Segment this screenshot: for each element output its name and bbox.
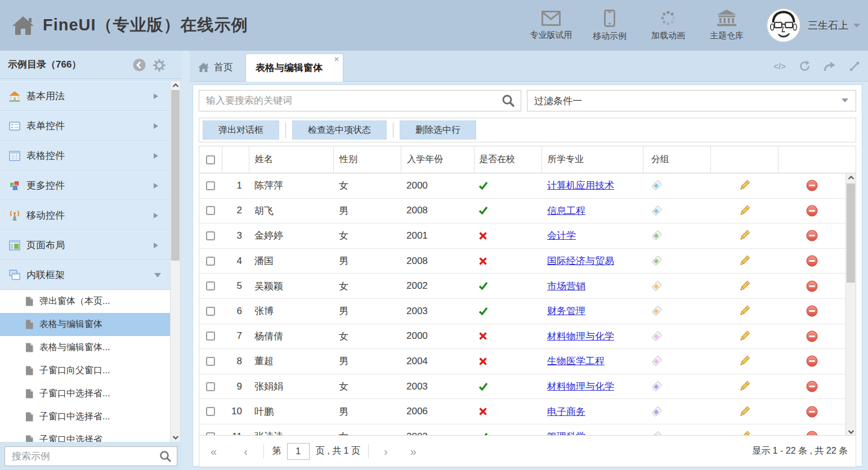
chevron-down-icon [853, 24, 860, 31]
prev-page-button[interactable]: ‹ [244, 446, 248, 457]
sidebar-scrollbar[interactable] [170, 81, 180, 442]
user-menu[interactable]: 三生石上 [808, 19, 860, 32]
sidebar-submenu-item[interactable]: 子窗口中选择省 [0, 428, 170, 442]
header-action-themes[interactable]: 主题仓库 [697, 10, 756, 41]
sidebar-submenu-item[interactable]: 弹出窗体（本页... [0, 290, 170, 313]
scroll-down-icon[interactable] [848, 429, 854, 435]
edit-pencil-icon[interactable] [739, 355, 750, 367]
select-all-checkbox[interactable] [206, 155, 215, 164]
code-icon[interactable]: </> [773, 61, 786, 71]
last-page-button[interactable]: » [410, 446, 417, 457]
sidebar-submenu-item[interactable]: 子窗口中选择省... [0, 382, 170, 405]
row-checkbox[interactable] [206, 281, 215, 290]
sidebar-item-more[interactable]: 更多控件 [0, 171, 170, 200]
tab-home[interactable]: 首页 [190, 53, 245, 81]
edit-pencil-icon[interactable] [739, 230, 750, 241]
row-checkbox[interactable] [206, 357, 215, 366]
row-checkbox[interactable] [206, 231, 215, 240]
open-dialog-button[interactable]: 弹出对话框 [203, 120, 279, 140]
sidebar-item-form[interactable]: 表单控件 [0, 111, 170, 141]
major-link[interactable]: 生物医学工程 [547, 355, 605, 368]
edit-pencil-icon[interactable] [739, 406, 750, 418]
sidebar-submenu-item[interactable]: 子窗口中选择省... [0, 405, 170, 428]
sidebar-submenu-item[interactable]: 子窗口向父窗口... [0, 359, 170, 382]
edit-pencil-icon[interactable] [739, 255, 750, 267]
keyword-search-input[interactable] [199, 95, 502, 106]
delete-icon[interactable] [806, 230, 818, 241]
search-icon[interactable] [159, 450, 172, 463]
scroll-up-icon[interactable] [172, 83, 179, 88]
major-link[interactable]: 信息工程 [547, 204, 585, 217]
expand-icon[interactable] [849, 61, 860, 72]
scroll-down-icon[interactable] [172, 435, 179, 440]
delete-icon[interactable] [806, 180, 818, 191]
tab-active[interactable]: 表格与编辑窗体 × [245, 53, 343, 82]
filter-dropdown[interactable]: 过滤条件一 [527, 90, 856, 111]
close-icon[interactable]: × [334, 55, 339, 63]
delete-icon[interactable] [806, 205, 818, 217]
sidebar-item-mobile[interactable]: 移动控件 [0, 200, 170, 230]
edit-pencil-icon[interactable] [739, 205, 750, 217]
edit-pencil-icon[interactable] [739, 280, 750, 292]
cell-enrolled [474, 307, 542, 316]
row-checkbox[interactable] [206, 206, 215, 215]
scrollbar-thumb[interactable] [171, 90, 180, 261]
tag-icon [651, 280, 663, 292]
sidebar-submenu-item[interactable]: 表格与编辑窗体 [0, 313, 170, 336]
gear-icon[interactable] [153, 59, 165, 71]
sidebar-item-layout[interactable]: 页面布局 [0, 230, 170, 260]
table-scrollbar[interactable] [845, 173, 856, 436]
delete-icon[interactable] [806, 381, 818, 392]
delete-selected-button[interactable]: 删除选中行 [400, 120, 476, 140]
major-link[interactable]: 材料物理与化学 [547, 330, 614, 343]
sidebar-item-grid[interactable]: 表格控件 [0, 141, 170, 171]
header-action-trial[interactable]: 专业版试用 [522, 11, 580, 41]
page-number-input[interactable] [287, 443, 310, 460]
share-icon[interactable] [824, 61, 836, 71]
major-link[interactable]: 会计学 [547, 229, 576, 242]
major-link[interactable]: 财务管理 [547, 305, 585, 317]
cell-year: 2001 [401, 230, 474, 241]
edit-pencil-icon[interactable] [739, 180, 750, 191]
first-page-button[interactable]: « [211, 446, 217, 457]
sidebar-item-iframe[interactable]: 内联框架 [0, 260, 170, 290]
delete-icon[interactable] [806, 355, 818, 367]
delete-icon[interactable] [806, 406, 818, 418]
sidebar-item-basic[interactable]: 基本用法 [0, 81, 170, 111]
scroll-up-icon[interactable] [848, 175, 854, 180]
delete-icon[interactable] [806, 255, 818, 267]
major-link[interactable]: 材料物理与化学 [547, 380, 614, 393]
header-action-loading[interactable]: 加载动画 [639, 10, 697, 41]
sidebar-submenu-item[interactable]: 表格与编辑窗体... [0, 336, 170, 359]
major-link[interactable]: 电子商务 [547, 405, 585, 418]
delete-icon[interactable] [806, 305, 818, 317]
search-icon[interactable] [502, 94, 515, 108]
edit-pencil-icon[interactable] [739, 330, 750, 342]
major-link[interactable]: 市场营销 [547, 280, 585, 293]
edit-pencil-icon[interactable] [739, 305, 750, 317]
row-checkbox[interactable] [206, 181, 215, 190]
sidebar-search-input[interactable] [5, 451, 159, 462]
scrollbar-thumb[interactable] [847, 183, 855, 283]
row-checkbox[interactable] [206, 332, 215, 341]
delete-icon[interactable] [806, 280, 818, 292]
chevron-right-icon [154, 183, 161, 189]
column-header-edit [710, 146, 778, 173]
row-checkbox[interactable] [206, 307, 215, 316]
cross-icon [478, 357, 487, 366]
avatar[interactable] [766, 8, 801, 43]
edit-pencil-icon[interactable] [739, 381, 750, 392]
refresh-icon[interactable] [799, 60, 811, 72]
row-checkbox[interactable] [206, 407, 215, 416]
next-page-button[interactable]: › [384, 446, 388, 457]
cell-gender: 男 [333, 204, 401, 217]
delete-icon[interactable] [806, 330, 818, 342]
collapse-back-icon[interactable] [133, 59, 146, 71]
header-action-mobile[interactable]: 移动示例 [580, 10, 639, 42]
check-selected-button[interactable]: 检查选中项状态 [292, 120, 387, 140]
cell-group [643, 205, 710, 217]
major-link[interactable]: 计算机应用技术 [547, 179, 614, 192]
row-checkbox[interactable] [206, 382, 215, 391]
row-checkbox[interactable] [206, 257, 215, 266]
major-link[interactable]: 国际经济与贸易 [547, 254, 614, 267]
